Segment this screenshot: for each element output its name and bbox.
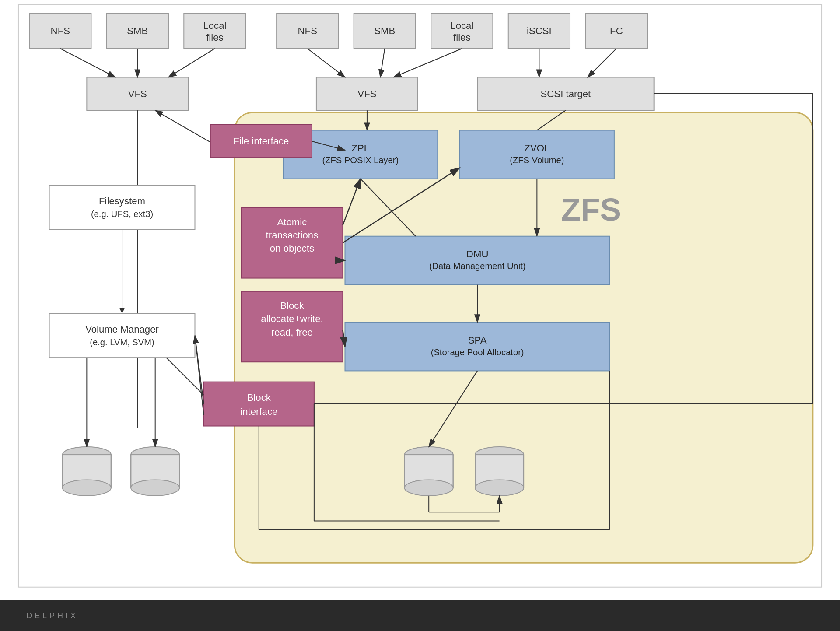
svg-rect-78 [49,313,195,358]
svg-point-98 [405,480,453,496]
svg-line-111 [429,371,477,447]
svg-rect-85 [63,455,111,488]
svg-line-68 [360,179,416,236]
svg-text:VFS: VFS [128,88,147,99]
svg-rect-27 [585,13,647,49]
svg-rect-54 [241,207,343,278]
svg-text:DMU: DMU [466,249,489,259]
svg-line-112 [195,336,204,415]
svg-line-66 [343,168,459,243]
svg-text:File interface: File interface [233,136,289,147]
svg-text:read, free: read, free [271,327,313,338]
svg-rect-100 [475,455,524,488]
svg-text:files: files [206,32,223,43]
svg-line-17 [155,110,210,142]
svg-rect-31 [477,77,654,111]
svg-rect-8 [184,13,245,49]
svg-text:(ZFS Volume): (ZFS Volume) [510,155,564,165]
svg-text:Local: Local [203,20,226,31]
svg-line-83 [195,336,204,404]
svg-text:(Storage Pool Allocator): (Storage Pool Allocator) [431,347,524,357]
footer-logo: DELPHIX [26,611,78,620]
svg-text:SPA: SPA [468,335,487,346]
svg-text:(e.g. LVM, SVM): (e.g. LVM, SVM) [90,337,154,347]
svg-text:Atomic: Atomic [277,217,307,228]
svg-text:SMB: SMB [374,25,395,36]
svg-line-33 [308,49,345,77]
svg-rect-90 [131,455,179,488]
svg-line-13 [60,49,116,77]
svg-text:Local: Local [450,20,473,31]
svg-line-72 [312,141,345,150]
footer: DELPHIX [0,600,840,631]
svg-text:(Data Management Unit): (Data Management Unit) [429,261,526,271]
main-diagram-area: ZFS NFS SMB Local files VFS NFS SMB Loca… [0,0,840,600]
svg-text:VFS: VFS [357,88,376,99]
svg-rect-2 [234,112,813,563]
svg-rect-18 [276,13,338,49]
svg-rect-58 [241,291,343,362]
svg-rect-22 [431,13,493,49]
svg-text:Volume Manager: Volume Manager [85,324,159,335]
svg-line-77 [140,331,203,395]
svg-text:ZPL: ZPL [351,143,369,154]
svg-line-35 [393,49,462,77]
svg-text:Filesystem: Filesystem [99,196,145,207]
svg-text:NFS: NFS [51,25,70,36]
svg-text:interface: interface [240,406,277,417]
svg-text:on objects: on objects [270,243,314,254]
svg-point-88 [63,480,111,496]
svg-line-71 [343,330,345,347]
svg-text:transactions: transactions [266,230,318,241]
svg-rect-11 [87,77,188,111]
svg-rect-40 [283,130,438,179]
svg-rect-49 [345,322,610,371]
svg-rect-95 [405,455,453,488]
svg-text:files: files [453,32,470,43]
svg-text:NFS: NFS [298,25,317,36]
svg-text:SMB: SMB [127,25,148,36]
svg-point-89 [131,447,179,463]
svg-point-84 [63,447,111,463]
svg-text:allocate+write,: allocate+write, [261,313,323,324]
svg-rect-29 [316,77,418,111]
svg-rect-46 [345,236,610,285]
svg-text:Block: Block [247,392,271,403]
svg-rect-113 [18,4,822,587]
svg-text:ZVOL: ZVOL [524,143,550,154]
svg-text:ZFS: ZFS [561,192,621,227]
svg-text:Block: Block [280,300,304,311]
svg-rect-43 [460,130,614,179]
svg-point-103 [475,480,524,496]
svg-line-37 [588,49,616,77]
svg-rect-74 [49,186,195,230]
svg-text:SCSI target: SCSI target [541,88,591,99]
svg-line-65 [343,179,360,225]
svg-text:(ZFS POSIX Layer): (ZFS POSIX Layer) [322,155,399,165]
svg-rect-4 [29,13,91,49]
svg-rect-6 [107,13,168,49]
svg-text:FC: FC [610,25,623,36]
svg-text:(e.g. UFS, ext3): (e.g. UFS, ext3) [91,209,153,219]
svg-point-93 [131,480,179,496]
svg-marker-82 [119,308,125,313]
svg-point-99 [475,447,524,463]
svg-rect-20 [354,13,416,49]
svg-text:iSCSI: iSCSI [527,25,552,36]
svg-point-94 [405,447,453,463]
svg-rect-25 [508,13,570,49]
svg-line-34 [380,49,385,77]
svg-rect-62 [204,382,314,426]
svg-rect-52 [210,124,312,158]
svg-line-39 [537,110,566,130]
svg-line-15 [168,49,215,77]
